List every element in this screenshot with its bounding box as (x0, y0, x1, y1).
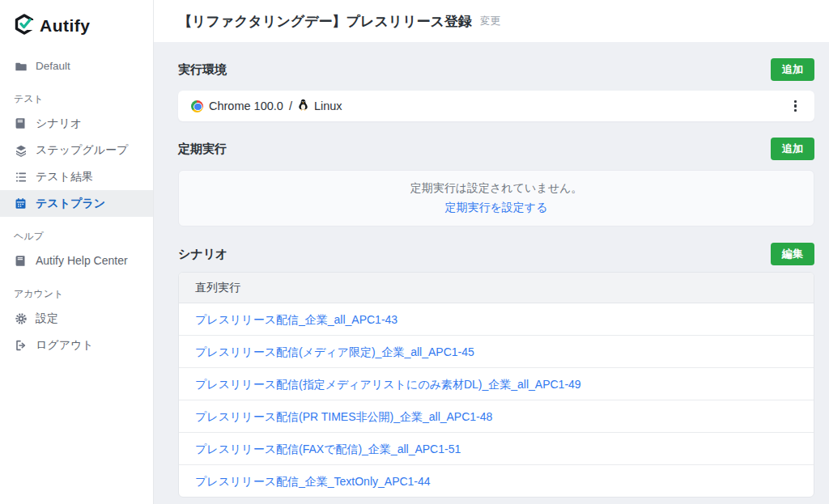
environment-add-button[interactable]: 追加 (771, 58, 814, 81)
scenarios-table: 直列実行 プレスリリース配信_企業_all_APC1-43 プレスリリース配信(… (178, 272, 814, 498)
scenario-link[interactable]: プレスリリース配信_企業_all_APC1-43 (195, 313, 397, 326)
sidebar-item-label: Autify Help Center (36, 254, 128, 268)
table-row: プレスリリース配信(PR TIMES非公開)_企業_all_APC1-48 (179, 400, 814, 433)
sidebar-item-label: テストプラン (36, 197, 105, 210)
sidebar-section-test: テスト (0, 79, 153, 110)
folder-icon (14, 59, 28, 73)
scenarios-title: シナリオ (178, 247, 227, 262)
table-row: プレスリリース配信_企業_TextOnly_APC1-44 (179, 465, 814, 497)
scenarios-section-header: シナリオ 編集 (178, 243, 814, 265)
sidebar-item-label: 設定 (36, 311, 58, 325)
sidebar-item-step-groups[interactable]: ステップグループ (0, 137, 153, 163)
sidebar-item-test-results[interactable]: テスト結果 (0, 163, 153, 190)
sidebar-item-test-plans[interactable]: テストプラン (0, 190, 153, 217)
scenario-link[interactable]: プレスリリース配信_企業_TextOnly_APC1-44 (195, 475, 431, 488)
scenario-link[interactable]: プレスリリース配信(FAXで配信)_企業_all_APC1-51 (195, 443, 461, 455)
browser-label: Chrome 100.0 (209, 100, 283, 112)
sidebar-item-label: ログアウト (36, 338, 94, 352)
brand-logo[interactable]: Autify (0, 0, 153, 49)
sidebar-item-label: ステップグループ (36, 143, 128, 157)
sidebar-item-workspace[interactable]: Default (0, 53, 153, 79)
autify-logo-icon (14, 14, 35, 38)
page-title: 【リファクタリングデー】プレスリリース登録 (178, 12, 472, 31)
table-row: プレスリリース配信(FAXで配信)_企業_all_APC1-51 (179, 433, 814, 465)
scenario-link[interactable]: プレスリリース配信(指定メディアリストにのみ素材DL)_企業_all_APC1-… (195, 378, 581, 391)
linux-icon (298, 99, 308, 114)
brand-name: Autify (40, 16, 91, 36)
table-row: プレスリリース配信(メディア限定)_企業_all_APC1-45 (179, 336, 814, 368)
book-icon (14, 254, 28, 268)
gear-icon (14, 311, 28, 325)
sidebar-item-label: Default (36, 59, 70, 73)
sidebar-item-label: テスト結果 (36, 170, 93, 184)
environment-section-header: 実行環境 追加 (178, 58, 814, 81)
sidebar-item-logout[interactable]: ログアウト (0, 332, 153, 358)
env-separator: / (289, 100, 292, 112)
kebab-menu-icon[interactable] (788, 96, 803, 116)
environment-title: 実行環境 (178, 62, 227, 78)
sidebar: Autify Default テスト シナリオ ステップグループ テスト結果 テ… (0, 0, 154, 504)
content: 実行環境 追加 Chrome 100.0 / Linux 定期実行 追加 定期実… (154, 42, 829, 504)
list-check-icon (14, 170, 28, 184)
book-icon (14, 116, 28, 130)
schedule-add-button[interactable]: 追加 (771, 138, 814, 160)
schedule-empty-card: 定期実行は設定されていません。 定期実行を設定する (178, 170, 814, 227)
layers-icon (14, 143, 28, 157)
table-row: プレスリリース配信(指定メディアリストにのみ素材DL)_企業_all_APC1-… (179, 368, 814, 400)
sidebar-section-account: アカウント (0, 274, 153, 305)
sidebar-item-help-center[interactable]: Autify Help Center (0, 248, 153, 274)
schedule-title: 定期実行 (178, 142, 227, 157)
chrome-icon (191, 100, 203, 112)
schedule-empty-message: 定期実行は設定されていません。 (410, 181, 583, 196)
logout-icon (14, 338, 28, 352)
table-row: プレスリリース配信_企業_all_APC1-43 (179, 303, 814, 336)
sidebar-item-scenarios[interactable]: シナリオ (0, 110, 153, 137)
scenario-link[interactable]: プレスリリース配信(PR TIMES非公開)_企業_all_APC1-48 (195, 410, 492, 423)
schedule-setup-link[interactable]: 定期実行を設定する (445, 201, 548, 215)
os-label: Linux (314, 100, 342, 112)
calendar-icon (14, 197, 28, 210)
environment-row: Chrome 100.0 / Linux (178, 91, 814, 121)
scenario-link[interactable]: プレスリリース配信(メディア限定)_企業_all_APC1-45 (195, 345, 474, 358)
sidebar-section-help: ヘルプ (0, 217, 153, 248)
main-area: 【リファクタリングデー】プレスリリース登録 変更 実行環境 追加 Chrome … (154, 0, 829, 504)
change-title-link[interactable]: 変更 (480, 15, 500, 28)
scenarios-edit-button[interactable]: 編集 (771, 243, 814, 265)
schedule-section-header: 定期実行 追加 (178, 138, 814, 160)
sidebar-item-settings[interactable]: 設定 (0, 305, 153, 332)
sidebar-item-label: シナリオ (36, 116, 82, 130)
scenarios-table-header: 直列実行 (179, 273, 814, 303)
page-header: 【リファクタリングデー】プレスリリース登録 変更 (154, 0, 829, 42)
